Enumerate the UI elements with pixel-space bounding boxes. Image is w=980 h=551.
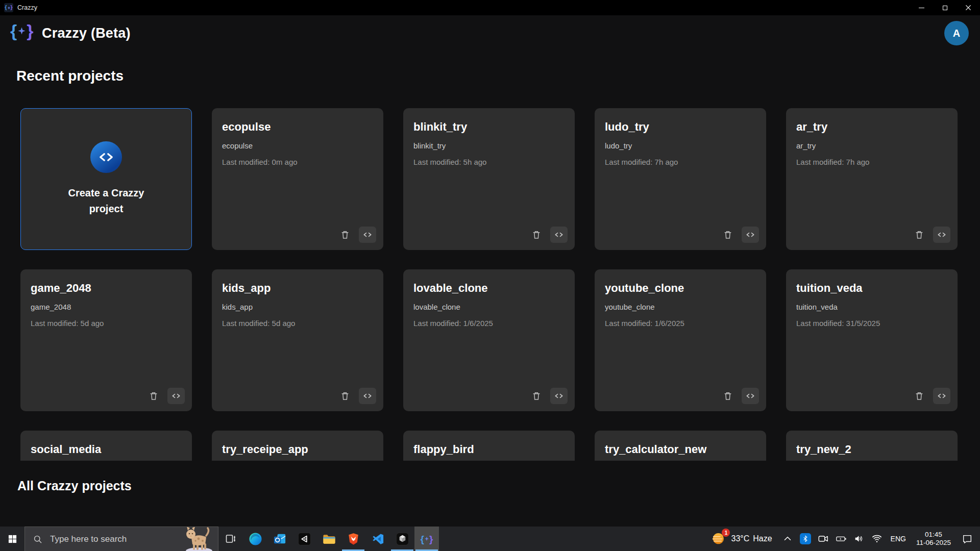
project-modified: Last modified: 0m ago [222,158,373,166]
speaker-icon[interactable] [853,533,865,544]
project-title: blinkit_try [413,120,565,134]
project-card-lovable_clone[interactable]: lovable_clone lovable_clone Last modifie… [403,269,575,411]
page-title: Crazzy (Beta) [42,26,131,41]
delete-project-button[interactable] [719,227,737,243]
project-subtitle: ecopulse [222,141,373,150]
project-card-ecopulse[interactable]: ecopulse ecopulse Last modified: 0m ago [212,108,383,250]
open-code-button[interactable] [933,227,950,243]
delete-project-button[interactable] [911,388,928,404]
wifi-icon[interactable] [871,533,883,544]
taskbar-search[interactable] [24,527,218,551]
crazzy-logo-icon: {} [10,22,33,39]
search-input[interactable] [50,534,147,544]
delete-project-button[interactable] [336,227,354,243]
project-title: kids_app [222,282,373,295]
project-card-try_receipe_app[interactable]: try_receipe_app [212,431,383,461]
project-title: try_new_2 [796,443,947,456]
taskbar-app-unity[interactable] [292,527,316,551]
taskbar-app-unity-hub[interactable] [390,527,414,551]
delete-project-button[interactable] [528,388,545,404]
code-icon [171,391,181,401]
project-card-blinkit_try[interactable]: blinkit_try blinkit_try Last modified: 5… [403,108,575,250]
delete-project-button[interactable] [528,227,545,243]
project-card-ludo_try[interactable]: ludo_try ludo_try Last modified: 7h ago [595,108,766,250]
taskbar-app-brave[interactable] [341,527,365,551]
project-title: flappy_bird [413,443,565,456]
project-card-tuition_veda[interactable]: tuition_veda tuition_veda Last modified:… [786,269,958,411]
open-code-button[interactable] [550,388,568,404]
delete-project-button[interactable] [719,388,737,404]
title-bar: {} Crazzy [0,0,980,15]
project-modified: Last modified: 7h ago [796,158,947,166]
clock-time: 01:45 [916,531,951,539]
windows-logo-icon [8,534,17,544]
card-actions [336,227,376,243]
battery-charging-icon[interactable] [836,533,847,544]
open-code-button[interactable] [933,388,950,404]
language-indicator[interactable]: ENG [891,535,906,543]
project-card-try_calculator_new[interactable]: try_calculator_new [595,431,766,461]
taskbar-app-edge[interactable] [243,527,267,551]
avatar[interactable]: A [944,21,969,45]
close-button[interactable] [957,0,980,15]
app-header: {} Crazzy (Beta) A [0,15,980,59]
project-card-ar_try[interactable]: ar_try ar_try Last modified: 7h ago [786,108,958,250]
chevron-up-icon[interactable] [782,533,793,544]
open-code-button[interactable] [359,388,376,404]
code-icon [745,391,755,401]
taskbar-app-outlook[interactable] [267,527,292,551]
start-button[interactable] [0,527,24,551]
open-code-button[interactable] [359,227,376,243]
edge-icon [249,532,262,546]
project-title: game_2048 [31,282,182,295]
bluetooth-icon[interactable] [800,533,811,544]
action-center-icon[interactable] [962,533,973,544]
card-actions [719,227,759,243]
project-modified: Last modified: 31/5/2025 [796,319,947,328]
window-title: Crazzy [17,4,37,11]
project-card-game_2048[interactable]: game_2048 game_2048 Last modified: 5d ag… [20,269,192,411]
open-code-button[interactable] [167,388,185,404]
search-highlight-image[interactable] [177,527,218,551]
taskbar-app-vscode[interactable] [365,527,390,551]
create-project-circle [90,141,122,173]
delete-project-button[interactable] [336,388,354,404]
clock[interactable]: 01:45 11-06-2025 [916,531,951,547]
restore-button[interactable] [933,0,957,15]
taskbar: {} 1 33°C Haze ENG 01:45 11-06-2025 [0,527,980,551]
project-subtitle: kids_app [222,303,373,311]
create-project-label: Create a Crazzy project [63,185,150,217]
project-subtitle: lovable_clone [413,303,565,311]
brave-icon [347,532,360,546]
delete-project-button[interactable] [911,227,928,243]
recent-projects-grid: Create a Crazzy project ecopulse ecopuls… [20,108,958,411]
weather-widget[interactable]: 1 33°C Haze [711,531,772,547]
trash-icon [531,230,542,240]
open-code-button[interactable] [550,227,568,243]
project-card-kids_app[interactable]: kids_app kids_app Last modified: 5d ago [212,269,383,411]
taskbar-app-crazzy[interactable]: {} [414,527,439,551]
folder-icon [322,532,336,546]
project-card-flappy_bird[interactable]: flappy_bird [403,431,575,461]
taskbar-app-file-explorer[interactable] [316,527,341,551]
delete-project-button[interactable] [145,388,162,404]
taskbar-spacer [439,527,711,551]
trash-icon [340,391,350,401]
minimize-button[interactable] [910,0,933,15]
taskbar-app-task-view[interactable] [218,527,243,551]
open-code-button[interactable] [742,388,759,404]
project-card-social_media[interactable]: social_media [20,431,192,461]
meet-now-icon[interactable] [818,533,829,544]
project-modified: Last modified: 5d ago [31,319,182,328]
app-logo-icon: {} [4,3,13,12]
project-card-youtube_clone[interactable]: youtube_clone youtube_clone Last modifie… [595,269,766,411]
create-project-card[interactable]: Create a Crazzy project [20,108,192,250]
project-modified: Last modified: 1/6/2025 [413,319,565,328]
all-projects-heading: All Crazzy projects [17,479,132,493]
project-card-try_new_2[interactable]: try_new_2 [786,431,958,461]
system-tray: 1 33°C Haze ENG 01:45 11-06-2025 [711,527,980,551]
recent-projects-row-clipped: social_media try_receipe_app flappy_bird… [20,431,958,461]
code-icon [99,149,114,165]
open-code-button[interactable] [742,227,759,243]
trash-icon [340,230,350,240]
